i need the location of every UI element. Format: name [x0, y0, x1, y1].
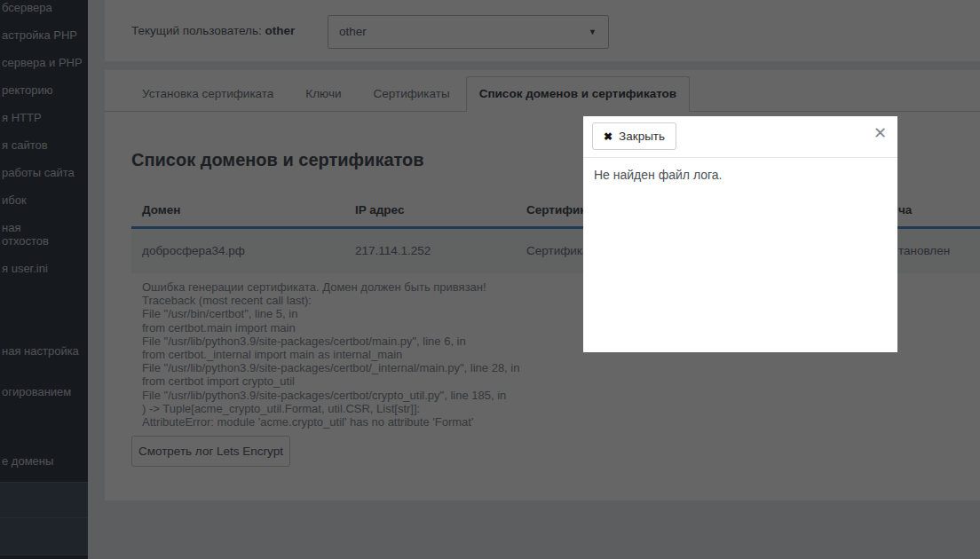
modal-body: Не найден файл лога. [583, 158, 897, 192]
modal-close-button-label: Закрыть [619, 130, 665, 143]
log-modal: ✖Закрыть ✕ Не найден файл лога. [583, 116, 897, 352]
screen: бсервера астройка PHP сервера и PHP рект… [0, 0, 980, 559]
modal-header: ✖Закрыть ✕ [583, 116, 897, 158]
close-icon: ✖ [604, 130, 612, 143]
modal-message: Не найден файл лога. [594, 168, 722, 182]
modal-close-button[interactable]: ✖Закрыть [592, 122, 676, 150]
close-x-icon[interactable]: ✕ [873, 125, 887, 141]
